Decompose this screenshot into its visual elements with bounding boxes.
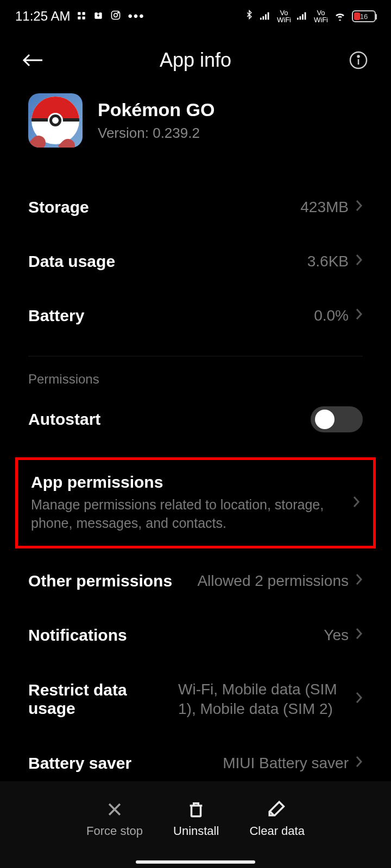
- row-app-permissions[interactable]: App permissions Manage permissions relat…: [18, 460, 373, 546]
- info-button[interactable]: [348, 49, 369, 71]
- svg-rect-1: [83, 12, 85, 15]
- bluetooth-icon: [244, 9, 254, 24]
- chevron-right-icon: [355, 199, 363, 216]
- sub-app-permissions: Manage permissions related to location, …: [31, 496, 345, 533]
- value-notifications: Yes: [324, 627, 349, 644]
- value-battery-saver: MIUI Battery saver: [223, 755, 349, 772]
- svg-rect-10: [263, 16, 264, 20]
- value-restrict-data: Wi-Fi, Mobile data (SIM 1), Mobile data …: [178, 680, 349, 719]
- label-battery-saver: Battery saver: [28, 754, 131, 773]
- svg-rect-11: [265, 14, 267, 20]
- row-battery[interactable]: Battery 0.0%: [0, 289, 391, 343]
- status-time: 11:25 AM: [15, 9, 70, 24]
- chevron-right-icon: [355, 307, 363, 324]
- row-data-usage[interactable]: Data usage 3.6KB: [0, 234, 391, 289]
- wifi-icon: [333, 9, 346, 24]
- value-data-usage: 3.6KB: [307, 253, 349, 270]
- force-stop-button[interactable]: Force stop: [86, 800, 143, 838]
- chevron-right-icon: [352, 495, 360, 510]
- status-bar: 11:25 AM ••• VoWiFi VoWiFi 16: [0, 0, 391, 33]
- clear-data-label: Clear data: [249, 824, 305, 838]
- label-autostart: Autostart: [28, 410, 100, 429]
- row-storage[interactable]: Storage 423MB: [0, 180, 391, 234]
- value-storage: 423MB: [300, 199, 349, 216]
- svg-rect-5: [98, 11, 99, 14]
- chevron-right-icon: [355, 755, 363, 772]
- svg-rect-3: [83, 17, 85, 20]
- app-name: Pokémon GO: [98, 99, 215, 120]
- row-notifications[interactable]: Notifications Yes: [0, 608, 391, 662]
- clear-data-button[interactable]: Clear data: [249, 800, 305, 838]
- instagram-icon: [110, 9, 121, 24]
- signal1-icon: [260, 9, 272, 24]
- back-button[interactable]: [22, 49, 43, 71]
- divider: [28, 356, 363, 356]
- svg-rect-9: [260, 18, 262, 20]
- chevron-right-icon: [355, 627, 363, 644]
- label-battery: Battery: [28, 307, 84, 325]
- row-autostart: Autostart: [0, 398, 391, 452]
- svg-rect-13: [297, 18, 299, 20]
- signal2-icon: [297, 9, 308, 24]
- value-other-permissions: Allowed 2 permissions: [197, 572, 349, 590]
- label-data-usage: Data usage: [28, 252, 115, 271]
- app-version: Version: 0.239.2: [98, 125, 215, 142]
- value-battery: 0.0%: [314, 307, 349, 324]
- svg-rect-15: [302, 14, 304, 20]
- nav-handle[interactable]: [136, 860, 255, 864]
- label-other-permissions: Other permissions: [28, 572, 172, 590]
- more-notifications-icon: •••: [128, 9, 144, 24]
- row-other-permissions[interactable]: Other permissions Allowed 2 permissions: [0, 554, 391, 608]
- slack-icon: [77, 9, 86, 24]
- update-icon: [93, 9, 104, 24]
- force-stop-label: Force stop: [86, 824, 143, 838]
- uninstall-label: Uninstall: [173, 824, 219, 838]
- svg-point-18: [357, 56, 359, 58]
- volte1-icon: VoWiFi: [277, 9, 291, 23]
- autostart-toggle[interactable]: [311, 406, 363, 432]
- row-restrict-data[interactable]: Restrict data usage Wi-Fi, Mobile data (…: [0, 662, 391, 737]
- uninstall-button[interactable]: Uninstall: [173, 800, 219, 838]
- bottom-bar: Force stop Uninstall Clear data: [0, 781, 391, 868]
- svg-rect-14: [300, 16, 301, 20]
- chevron-right-icon: [355, 253, 363, 270]
- section-permissions-title: Permissions: [0, 372, 391, 398]
- svg-rect-2: [78, 17, 81, 20]
- svg-rect-0: [78, 12, 81, 15]
- svg-point-7: [114, 14, 118, 17]
- battery-icon: 16: [352, 10, 376, 22]
- label-restrict-data: Restrict data usage: [28, 681, 178, 718]
- chevron-right-icon: [355, 572, 363, 590]
- highlight-app-permissions: App permissions Manage permissions relat…: [15, 457, 376, 548]
- header: App info: [0, 33, 391, 93]
- app-summary: Pokémon GO Version: 0.239.2: [0, 93, 391, 180]
- svg-rect-12: [268, 12, 269, 20]
- svg-rect-16: [305, 12, 306, 20]
- label-notifications: Notifications: [28, 626, 127, 644]
- label-storage: Storage: [28, 198, 89, 216]
- app-icon: [28, 93, 83, 148]
- label-app-permissions: App permissions: [31, 473, 345, 492]
- svg-point-8: [118, 12, 119, 14]
- page-title: App info: [160, 49, 231, 72]
- volte2-icon: VoWiFi: [314, 9, 328, 23]
- chevron-right-icon: [355, 690, 363, 709]
